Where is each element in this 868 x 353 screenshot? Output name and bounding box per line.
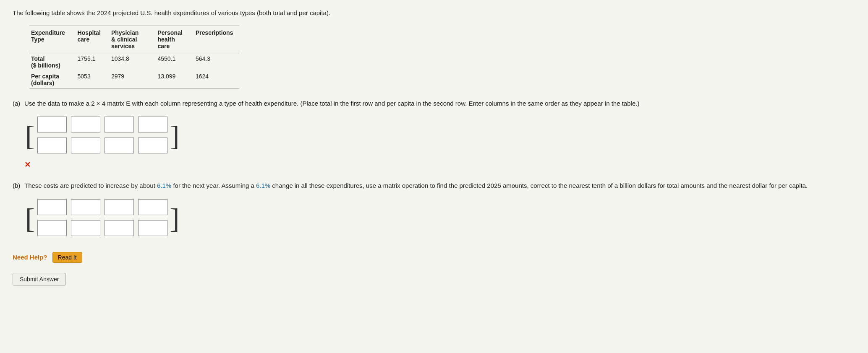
part-b-block: (b) These costs are predicted to increas… <box>13 181 855 240</box>
matrix-b-r1c3[interactable] <box>105 199 134 215</box>
matrix-a-r1c1[interactable] <box>37 117 67 132</box>
part-a-text: Use the data to make a 2 × 4 matrix E wi… <box>24 99 855 109</box>
error-icon-a: ✕ <box>24 160 855 169</box>
cell-total-personal: 4550.1 <box>156 53 193 71</box>
cell-percapita-prescriptions: 1624 <box>194 71 239 89</box>
part-b-letter: (b) <box>13 181 24 191</box>
bracket-right-b: ] <box>169 204 180 233</box>
table-row: Total($ billions) 1755.1 1034.8 4550.1 5… <box>29 53 239 71</box>
col-header-expenditure: ExpenditureType <box>29 26 76 53</box>
cell-total-prescriptions: 564.3 <box>194 53 239 71</box>
matrix-a-r2c3[interactable] <box>105 138 134 153</box>
part-a-letter: (a) <box>13 99 24 109</box>
part-b-matrix-grid <box>36 197 169 240</box>
submit-button[interactable]: Submit Answer <box>13 273 66 286</box>
cell-percapita-personal: 13,099 <box>156 71 193 89</box>
matrix-b-r2c1[interactable] <box>37 220 67 236</box>
percent-highlight-2: 6.1% <box>256 182 270 189</box>
cell-percapita-physician: 2979 <box>110 71 156 89</box>
matrix-b-r1c1[interactable] <box>37 199 67 215</box>
col-header-physician: Physician& clinicalservices <box>110 26 156 53</box>
data-table-wrapper: ExpenditureType Hospitalcare Physician& … <box>29 26 855 89</box>
matrix-b-r2c3[interactable] <box>105 220 134 236</box>
part-b-label: (b) These costs are predicted to increas… <box>13 181 855 191</box>
bracket-left-b: [ <box>24 204 36 233</box>
cell-total-physician: 1034.8 <box>110 53 156 71</box>
matrix-a-r1c3[interactable] <box>105 117 134 132</box>
col-header-prescriptions: Prescriptions <box>194 26 239 53</box>
need-help-row: Need Help? Read It <box>13 252 855 263</box>
need-help-label: Need Help? <box>13 254 47 261</box>
part-a-block: (a) Use the data to make a 2 × 4 matrix … <box>13 99 855 170</box>
bracket-right-a: ] <box>169 122 180 150</box>
matrix-a-r2c2[interactable] <box>71 138 100 153</box>
matrix-a-r2c4[interactable] <box>138 138 167 153</box>
col-header-personal: Personalhealthcare <box>156 26 193 53</box>
cell-percapita-hospital: 5053 <box>76 71 110 89</box>
part-b-text: These costs are predicted to increase by… <box>24 181 855 191</box>
intro-text: The following table shows the 2024 proje… <box>13 8 855 18</box>
matrix-b-r2c2[interactable] <box>71 220 100 236</box>
bracket-left-a: [ <box>24 122 36 150</box>
read-it-button[interactable]: Read It <box>52 252 82 263</box>
row-label-total: Total($ billions) <box>29 53 76 71</box>
matrix-a-r1c4[interactable] <box>138 117 167 132</box>
matrix-b-r1c2[interactable] <box>71 199 100 215</box>
matrix-a-r2c1[interactable] <box>37 138 67 153</box>
submit-row: Submit Answer <box>13 273 855 286</box>
matrix-a-r1c2[interactable] <box>71 117 100 132</box>
col-header-hospital: Hospitalcare <box>76 26 110 53</box>
part-a-matrix-grid <box>36 114 169 158</box>
matrix-b-r2c4[interactable] <box>138 220 167 236</box>
expenditure-table: ExpenditureType Hospitalcare Physician& … <box>29 26 239 89</box>
row-label-percapita: Per capita(dollars) <box>29 71 76 89</box>
part-a-matrix-container: [ ] <box>24 114 180 158</box>
percent-highlight-1: 6.1% <box>157 182 171 189</box>
table-row: Per capita(dollars) 5053 2979 13,099 162… <box>29 71 239 89</box>
part-a-label: (a) Use the data to make a 2 × 4 matrix … <box>13 99 855 109</box>
cell-total-hospital: 1755.1 <box>76 53 110 71</box>
matrix-b-r1c4[interactable] <box>138 199 167 215</box>
part-b-matrix-container: [ ] <box>24 197 180 240</box>
